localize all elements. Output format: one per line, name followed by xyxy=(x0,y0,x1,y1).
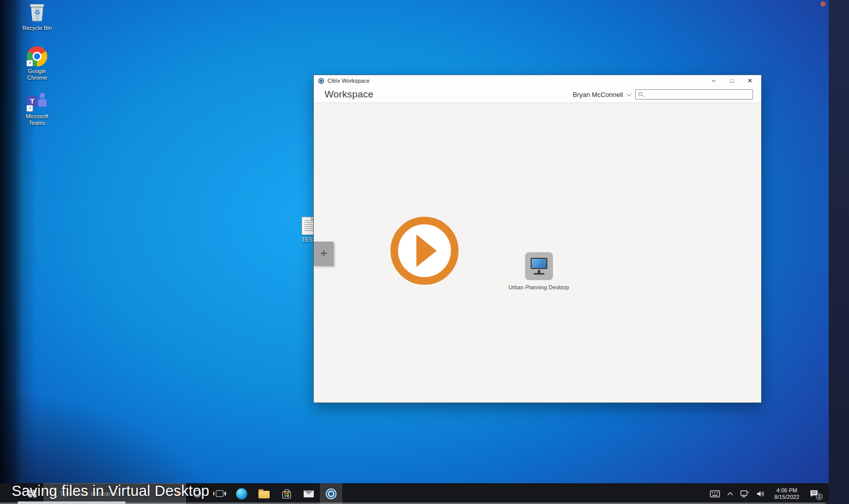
citrix-logo-icon xyxy=(325,488,337,499)
video-progress-fill[interactable] xyxy=(18,501,125,504)
play-button[interactable] xyxy=(390,217,459,285)
desktop-icon-label: Recycle Bin xyxy=(18,25,56,31)
chevron-up-icon xyxy=(727,492,733,496)
citrix-workspace-taskbar-button[interactable] xyxy=(320,483,342,504)
network-button[interactable] xyxy=(738,488,752,499)
add-button[interactable]: + xyxy=(314,242,334,266)
play-icon xyxy=(416,234,437,267)
teams-icon: T ↗ xyxy=(26,91,48,112)
action-center-button[interactable]: 1 xyxy=(806,488,822,499)
citrix-logo-icon xyxy=(318,78,324,84)
desktop-icon-google-chrome[interactable]: ↗ Google Chrome xyxy=(18,46,56,81)
store-bag-icon xyxy=(282,491,291,498)
window-titlebar[interactable]: Citrix Workspace – □ ✕ xyxy=(314,75,761,86)
volume-icon xyxy=(757,490,765,497)
mail-icon xyxy=(304,490,314,497)
minimize-button[interactable]: – xyxy=(706,76,721,85)
app-tile-urban-planning-desktop[interactable]: Urban Planning Desktop xyxy=(503,252,575,291)
system-tray: 4:06 PM 8/15/2022 1 xyxy=(708,483,829,504)
workspace-header: Workspace Bryan McConnell xyxy=(314,86,761,103)
video-caption: Saving files in Virtual Desktop xyxy=(12,483,209,499)
clock[interactable]: 4:06 PM 8/15/2022 xyxy=(770,487,803,500)
tray-time: 4:06 PM xyxy=(774,487,799,494)
shortcut-arrow-icon: ↗ xyxy=(26,60,33,66)
close-button[interactable]: ✕ xyxy=(743,76,757,85)
network-icon xyxy=(740,490,749,497)
touch-keyboard-button[interactable] xyxy=(708,488,722,499)
search-icon xyxy=(638,92,642,96)
workspace-search-box[interactable] xyxy=(635,89,753,99)
edge-button[interactable] xyxy=(231,483,253,504)
volume-button[interactable] xyxy=(755,488,767,499)
user-name: Bryan McConnell xyxy=(573,91,623,98)
app-tile-label: Urban Planning Desktop xyxy=(503,284,575,291)
window-title: Citrix Workspace xyxy=(328,78,370,84)
folder-icon xyxy=(258,491,270,498)
user-menu[interactable]: Bryan McConnell xyxy=(573,91,630,98)
desktop-monitor-icon xyxy=(525,252,553,280)
desktop-icon-recycle-bin[interactable]: ♻ Recycle Bin xyxy=(18,3,56,31)
chevron-down-icon xyxy=(627,91,632,96)
notification-count-badge: 1 xyxy=(816,493,823,500)
touch-keyboard-icon xyxy=(710,490,720,497)
store-button[interactable] xyxy=(275,483,298,504)
shortcut-arrow-icon: ↗ xyxy=(26,105,33,112)
tray-date: 8/15/2022 xyxy=(774,494,799,500)
task-view-button[interactable] xyxy=(208,483,231,504)
edge-icon xyxy=(236,488,247,499)
recycle-bin-icon: ♻ xyxy=(26,3,48,23)
task-view-icon xyxy=(216,490,223,497)
desktop-icon-label: Microsoft Teams xyxy=(18,113,56,126)
workspace-search-input[interactable] xyxy=(647,90,752,99)
desktop-icon-label: Google Chrome xyxy=(18,68,56,81)
citrix-workspace-window: Citrix Workspace – □ ✕ Workspace Bryan M… xyxy=(313,75,762,403)
page-title: Workspace xyxy=(324,89,374,100)
video-frame: ♻ Recycle Bin ↗ Google Chrome T ↗ Micros… xyxy=(0,0,829,504)
mail-button[interactable] xyxy=(298,483,320,504)
workspace-content: Urban Planning Desktop xyxy=(314,103,761,402)
tray-expand-button[interactable] xyxy=(725,490,735,498)
maximize-button[interactable]: □ xyxy=(725,76,739,85)
desktop-icon-microsoft-teams[interactable]: T ↗ Microsoft Teams xyxy=(18,91,56,126)
recording-indicator-dot xyxy=(821,2,826,7)
file-explorer-button[interactable] xyxy=(253,483,275,504)
chrome-icon: ↗ xyxy=(26,46,48,66)
